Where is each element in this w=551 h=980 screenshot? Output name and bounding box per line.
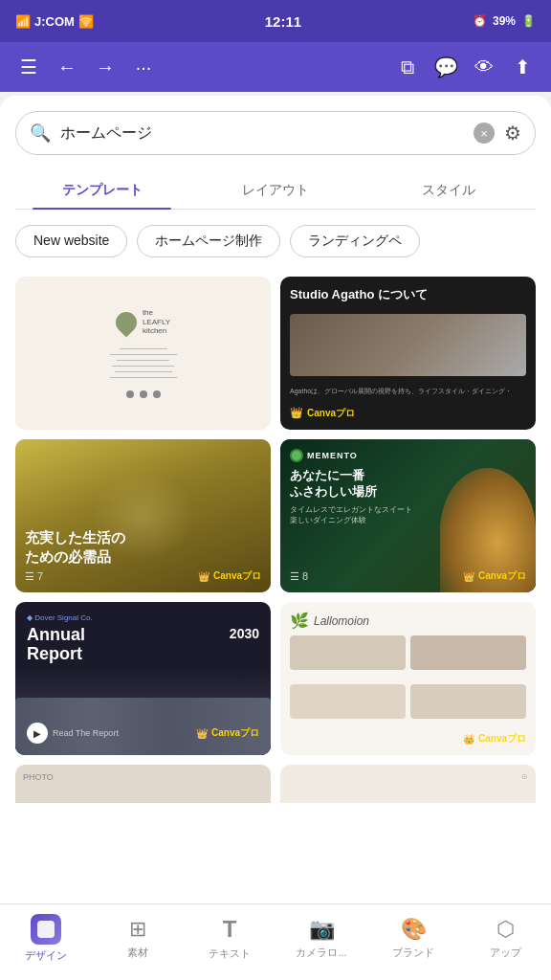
browser-nav-group: ☰ ← → ··· xyxy=(11,56,161,78)
comment-icon[interactable]: 💬 xyxy=(429,56,463,78)
annual-play-button[interactable]: ▶ xyxy=(27,723,48,744)
template-card-annual[interactable]: ◆ Dover Signal Co. AnnualReport 2030 ▶ R… xyxy=(15,602,271,755)
browser-action-group: ⧉ 💬 👁 ⬆ xyxy=(390,56,540,78)
search-bar[interactable]: 🔍 ホームページ × ⚙ xyxy=(15,111,536,155)
search-icon: 🔍 xyxy=(30,122,51,144)
social-dot-1 xyxy=(126,390,134,398)
status-bar: 📶 J:COM 🛜 12:11 ⏰ 39% 🔋 xyxy=(0,0,551,42)
materials-icon: ⊞ xyxy=(129,917,146,942)
annual-year: 2030 xyxy=(230,626,259,641)
lallo-logo: 🌿 Lallomoion xyxy=(290,612,526,630)
lallo-item-2 xyxy=(410,635,526,670)
template-card-lallo[interactable]: 🌿 Lallomoion 👑 Canvaプロ xyxy=(280,602,536,755)
life-title: 充実した生活のための必需品 xyxy=(25,528,261,566)
annual-title-row: AnnualReport 2030 xyxy=(27,626,259,664)
lallo-pro-crown-icon: 👑 xyxy=(463,734,474,745)
leafly-line-2 xyxy=(110,354,177,355)
memento-pro-badge: 👑 Canvaプロ xyxy=(463,569,526,583)
social-dot-2 xyxy=(140,390,147,398)
annual-pro-label: Canvaプロ xyxy=(211,726,259,740)
memento-content: MEMENTO あなたに一番ふさわしい場所 タイムレスでエレガントなスイート楽し… xyxy=(290,449,526,525)
partial-card-left[interactable]: PHOTO xyxy=(15,765,271,803)
leafly-line-1 xyxy=(120,348,167,349)
search-text[interactable]: ホームページ xyxy=(60,123,464,144)
bottom-spacer xyxy=(15,803,536,889)
nav-item-camera[interactable]: 📷 カメラロ... xyxy=(276,917,367,960)
hamburger-icon[interactable]: ☰ xyxy=(11,56,46,78)
template-card-life[interactable]: 充実した生活のための必需品 ☰ 7 👑 Canvaプロ xyxy=(15,439,271,592)
template-grid: theLEAFLYkitchen Studio Agatho について xyxy=(15,277,536,755)
leafly-social-icons xyxy=(126,390,161,398)
nav-item-materials[interactable]: ⊞ 素材 xyxy=(92,917,184,960)
leafly-menu xyxy=(105,344,182,383)
template-card-agatho[interactable]: Studio Agatho について Agathoは、グローバル展開の視野を持ち… xyxy=(280,277,536,430)
nav-label-brand: ブランド xyxy=(392,946,434,960)
nav-label-text: テキスト xyxy=(209,947,251,961)
more-icon[interactable]: ··· xyxy=(126,56,161,78)
nav-item-brand[interactable]: 🎨 ブランド xyxy=(367,917,459,960)
forward-icon[interactable]: → xyxy=(88,56,122,78)
design-icon-inner xyxy=(37,921,55,938)
life-bottom: ☰ 7 👑 Canvaプロ xyxy=(25,569,261,583)
battery-icon: 🔋 xyxy=(521,14,536,28)
filter-chips: New website ホームページ制作 ランディングペ xyxy=(15,225,536,261)
annual-content: ◆ Dover Signal Co. AnnualReport 2030 xyxy=(27,613,259,664)
leafly-line-4 xyxy=(112,366,174,367)
leafly-leaf-icon xyxy=(111,307,141,337)
tabs-icon[interactable]: ⧉ xyxy=(390,56,425,78)
agatho-title: Studio Agatho について xyxy=(290,286,526,303)
nav-item-text[interactable]: T テキスト xyxy=(184,916,276,961)
life-pro-crown-icon: 👑 xyxy=(198,571,209,582)
camera-icon: 📷 xyxy=(309,917,335,942)
eye-icon[interactable]: 👁 xyxy=(467,56,501,78)
template-card-memento[interactable]: MEMENTO あなたに一番ふさわしい場所 タイムレスでエレガントなスイート楽し… xyxy=(280,439,536,592)
partial-card-right[interactable]: ⊙ xyxy=(280,765,536,803)
partial-cards: PHOTO ⊙ xyxy=(15,765,536,803)
annual-pro-crown-icon: 👑 xyxy=(196,728,208,739)
nav-item-app[interactable]: ⬡ アップ xyxy=(459,917,551,960)
annual-title: AnnualReport xyxy=(27,626,85,664)
memento-logo-circle xyxy=(290,449,303,462)
annual-pro-badge: 👑 Canvaプロ xyxy=(196,726,259,740)
lallo-item-3 xyxy=(290,684,406,719)
carrier-label: J:COM xyxy=(34,14,75,29)
nav-label-design: デザイン xyxy=(25,948,67,963)
design-icon xyxy=(31,914,61,945)
chip-landing[interactable]: ランディングペ xyxy=(290,225,420,257)
tab-style[interactable]: スタイル xyxy=(363,172,536,209)
chip-homepage[interactable]: ホームページ制作 xyxy=(137,225,280,257)
battery-label: 39% xyxy=(493,14,516,28)
life-count: ☰ 7 xyxy=(25,570,43,583)
life-pro-label: Canvaプロ xyxy=(213,569,261,583)
lallo-item-1 xyxy=(290,635,406,670)
life-content: 充実した生活のための必需品 ☰ 7 👑 Canvaプロ xyxy=(25,528,261,583)
leafly-line-5 xyxy=(115,371,172,372)
nav-item-design[interactable]: デザイン xyxy=(0,914,92,963)
memento-bottom: ☰ 8 👑 Canvaプロ xyxy=(290,569,526,583)
memento-pro-crown-icon: 👑 xyxy=(463,571,474,582)
lallo-product-grid xyxy=(290,635,526,728)
back-icon[interactable]: ← xyxy=(50,56,84,78)
tab-layout[interactable]: レイアウト xyxy=(188,172,362,209)
partial-card-label-left: PHOTO xyxy=(23,772,54,782)
share-icon[interactable]: ⬆ xyxy=(505,56,540,78)
leafly-line-3 xyxy=(117,360,169,361)
search-filter-icon[interactable]: ⚙ xyxy=(504,122,521,145)
main-content: 🔍 ホームページ × ⚙ テンプレート レイアウト スタイル New websi… xyxy=(0,96,551,938)
search-clear-button[interactable]: × xyxy=(474,122,495,144)
chip-new-website[interactable]: New website xyxy=(15,225,127,257)
tab-templates[interactable]: テンプレート xyxy=(15,172,188,209)
tab-bar: テンプレート レイアウト スタイル xyxy=(15,172,536,210)
bottom-nav: デザイン ⊞ 素材 T テキスト 📷 カメラロ... 🎨 ブランド ⬡ アップ xyxy=(0,903,551,980)
social-dot-3 xyxy=(153,390,161,398)
lallo-item-4 xyxy=(410,684,526,719)
leafly-logo: theLEAFLYkitchen xyxy=(116,308,170,336)
memento-subtitle: タイムレスでエレガントなスイート楽しいダイニング体験 xyxy=(290,504,526,525)
annual-read-label: Read The Report xyxy=(53,728,119,738)
template-card-leafly[interactable]: theLEAFLYkitchen xyxy=(15,277,271,430)
memento-logo-text: MEMENTO xyxy=(307,451,358,460)
browser-bar: ☰ ← → ··· ⧉ 💬 👁 ⬆ xyxy=(0,42,551,92)
annual-brand: ◆ Dover Signal Co. xyxy=(27,613,259,622)
status-left: 📶 J:COM 🛜 xyxy=(15,14,94,29)
nav-label-materials: 素材 xyxy=(127,946,148,960)
